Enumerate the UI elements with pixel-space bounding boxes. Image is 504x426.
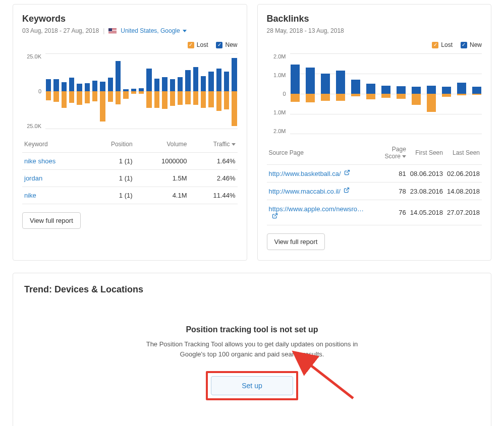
keywords-title: Keywords: [22, 14, 238, 24]
keywords-full-report-button[interactable]: View full report: [22, 212, 81, 229]
setup-highlight-box: Set up: [206, 371, 298, 400]
traffic-cell: 1.64%: [189, 153, 238, 170]
source-link[interactable]: http://www.maccabi.co.il/: [269, 188, 341, 195]
backlinks-legend: Lost New: [267, 41, 482, 48]
region-label: United States, Google: [121, 27, 180, 34]
legend-lost-label: Lost: [441, 41, 453, 48]
col-last[interactable]: Last Seen: [445, 141, 482, 165]
setup-button[interactable]: Set up: [211, 376, 293, 395]
table-row: http://www.basketball.ca/8108.06.201302.…: [267, 165, 482, 182]
score-cell: 78: [372, 182, 408, 200]
col-score[interactable]: Page Score: [372, 141, 408, 165]
legend-lost-toggle[interactable]: Lost: [432, 41, 453, 48]
col-first[interactable]: First Seen: [408, 141, 445, 165]
backlinks-chart: 2.0M1.0M01.0M2.0M: [267, 53, 482, 134]
backlinks-date-range: 28 May, 2018 - 13 Aug, 2018: [267, 27, 344, 34]
position-cell: 1 (1): [87, 187, 134, 204]
first-seen-cell: 08.06.2013: [408, 165, 445, 182]
keyword-link[interactable]: jordan: [24, 174, 42, 182]
trend-title: Trend: Devices & Locations: [24, 284, 480, 295]
col-traffic[interactable]: Traffic: [189, 136, 238, 153]
checkbox-icon: [432, 42, 438, 48]
score-cell: 81: [372, 165, 408, 182]
region-selector[interactable]: United States, Google: [121, 27, 186, 34]
checkbox-icon: [216, 42, 222, 48]
traffic-cell: 11.44%: [189, 187, 238, 204]
volume-cell: 4.1M: [135, 187, 189, 204]
backlinks-card: Backlinks 28 May, 2018 - 13 Aug, 2018 Lo…: [257, 4, 492, 261]
keywords-legend: Lost New: [22, 41, 238, 48]
trend-description: The Position Tracking Tool allows you to…: [146, 339, 358, 359]
volume-cell: 1.5M: [135, 170, 189, 187]
last-seen-cell: 02.06.2018: [445, 165, 482, 182]
backlinks-subline: 28 May, 2018 - 13 Aug, 2018: [267, 27, 482, 34]
keyword-link[interactable]: nike shoes: [24, 157, 55, 165]
score-cell: 76: [372, 200, 408, 225]
volume-cell: 1000000: [135, 153, 189, 170]
legend-new-label: New: [470, 41, 482, 48]
col-keyword[interactable]: Keyword: [22, 136, 87, 153]
chevron-down-icon: [183, 30, 187, 32]
backlinks-table: Source Page Page Score First Seen Last S…: [267, 141, 482, 225]
last-seen-cell: 14.08.2018: [445, 182, 482, 200]
legend-new-label: New: [225, 41, 237, 48]
keywords-subline: 03 Aug, 2018 - 27 Aug, 2018 | United Sta…: [22, 27, 238, 34]
table-row: nike1 (1)4.1M11.44%: [22, 187, 238, 204]
external-link-icon[interactable]: [344, 187, 350, 193]
table-row: https://www.apple.com/newsro…7614.05.201…: [267, 200, 482, 225]
external-link-icon[interactable]: [272, 213, 278, 219]
keywords-chart: 25.0K 0 25.0K: [22, 53, 238, 129]
source-link[interactable]: http://www.basketball.ca/: [269, 170, 341, 177]
table-row: nike shoes1 (1)10000001.64%: [22, 153, 238, 170]
backlinks-full-report-button[interactable]: View full report: [267, 233, 325, 250]
y-axis: 2.0M1.0M01.0M2.0M: [267, 53, 288, 134]
position-cell: 1 (1): [87, 170, 134, 187]
traffic-cell: 2.46%: [189, 170, 238, 187]
table-row: jordan1 (1)1.5M2.46%: [22, 170, 238, 187]
col-position[interactable]: Position: [87, 136, 134, 153]
legend-lost-toggle[interactable]: Lost: [188, 41, 208, 48]
legend-new-toggle[interactable]: New: [461, 41, 482, 48]
col-source[interactable]: Source Page: [267, 141, 373, 165]
keywords-card: Keywords 03 Aug, 2018 - 27 Aug, 2018 | U…: [13, 4, 247, 261]
first-seen-cell: 23.08.2016: [408, 182, 445, 200]
legend-lost-label: Lost: [197, 41, 208, 48]
backlinks-title: Backlinks: [267, 14, 482, 24]
checkbox-icon: [188, 42, 194, 48]
external-link-icon[interactable]: [344, 169, 350, 175]
table-row: http://www.maccabi.co.il/7823.08.201614.…: [267, 182, 482, 200]
keyword-link[interactable]: nike: [24, 192, 36, 199]
divider: |: [103, 27, 104, 34]
trend-heading: Position tracking tool is not set up: [24, 325, 480, 334]
y-axis: 25.0K 0 25.0K: [22, 53, 43, 129]
checkbox-icon: [461, 42, 467, 48]
keywords-table: Keyword Position Volume Traffic nike sho…: [22, 136, 238, 204]
last-seen-cell: 27.07.2018: [445, 200, 482, 225]
source-link[interactable]: https://www.apple.com/newsro…: [269, 205, 364, 213]
first-seen-cell: 14.05.2018: [408, 200, 445, 225]
position-cell: 1 (1): [87, 153, 134, 170]
keywords-date-range: 03 Aug, 2018 - 27 Aug, 2018: [22, 27, 99, 34]
col-volume[interactable]: Volume: [135, 136, 189, 153]
trend-empty-state: Position tracking tool is not set up The…: [24, 325, 480, 400]
legend-new-toggle[interactable]: New: [216, 41, 237, 48]
sort-desc-icon: [402, 155, 406, 158]
sort-desc-icon: [232, 143, 236, 146]
trend-card: Trend: Devices & Locations Position trac…: [13, 273, 491, 426]
us-flag-icon: [108, 28, 117, 34]
